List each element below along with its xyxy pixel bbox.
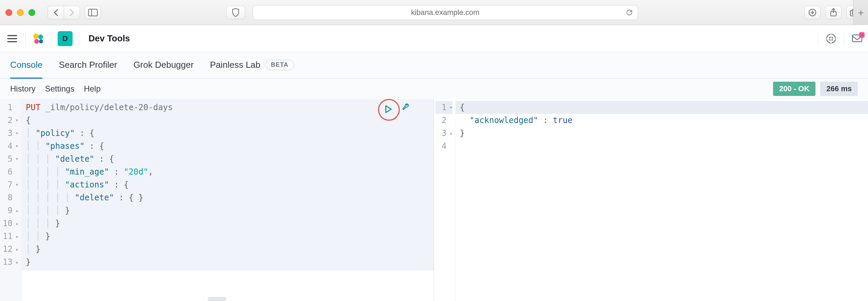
splitter-handle[interactable] (208, 297, 226, 301)
beta-badge: BETA (265, 60, 294, 70)
history-link[interactable]: History (10, 84, 36, 94)
address-bar[interactable]: kibana.example.com (253, 5, 638, 20)
svg-point-10 (38, 35, 43, 39)
devtools-tabs: Console Search Profiler Grok Debugger Pa… (0, 52, 868, 79)
svg-point-12 (39, 39, 43, 43)
notification-dot-icon (859, 32, 865, 38)
close-window-button[interactable] (5, 9, 12, 16)
svg-rect-0 (88, 9, 97, 16)
tab-label: Painless Lab (210, 60, 260, 70)
divider (818, 31, 818, 46)
response-pane: 1▾23▴4 { "acknowledged" : true } (434, 99, 868, 301)
divider (25, 31, 25, 46)
svg-point-11 (34, 39, 39, 44)
forward-button[interactable] (64, 6, 80, 19)
status-badge: 200 - OK (773, 82, 815, 96)
editor-split: 12▾3▾4▾5▾67▾89▴10▴11▴12▴13▴ PUT _ilm/pol… (0, 99, 868, 301)
help-menu-button[interactable] (826, 33, 836, 44)
space-letter: D (62, 34, 68, 43)
nav-menu-button[interactable] (5, 32, 19, 45)
divider (79, 31, 79, 46)
tab-grok-debugger[interactable]: Grok Debugger (133, 52, 194, 79)
reload-icon[interactable] (626, 9, 633, 16)
tab-label: Search Profiler (59, 60, 117, 70)
tab-console[interactable]: Console (10, 52, 42, 79)
newsfeed-button[interactable] (852, 34, 863, 43)
console-toolbar: History Settings Help 200 - OK 266 ms (0, 79, 868, 99)
tab-painless-lab[interactable]: Painless Lab BETA (210, 52, 294, 79)
request-pane: 12▾3▾4▾5▾67▾89▴10▴11▴12▴13▴ PUT _ilm/pol… (0, 99, 434, 301)
window-controls (5, 9, 35, 16)
downloads-button[interactable] (804, 6, 821, 19)
request-options-button[interactable] (402, 102, 411, 112)
request-gutter: 12▾3▾4▾5▾67▾89▴10▴11▴12▴13▴ (0, 99, 22, 301)
tab-label: Console (10, 60, 42, 70)
breadcrumb: Dev Tools (88, 33, 130, 44)
minimize-window-button[interactable] (17, 9, 24, 16)
privacy-shield-button[interactable] (226, 6, 245, 19)
help-link[interactable]: Help (84, 84, 100, 94)
divider (51, 31, 52, 46)
svg-point-9 (33, 34, 39, 39)
send-request-button[interactable] (380, 101, 396, 117)
divider (844, 31, 844, 46)
request-editor[interactable]: PUT _ilm/policy/delete-20-days { │ "poli… (22, 99, 434, 270)
share-button[interactable] (825, 6, 842, 19)
browser-toolbar: kibana.example.com (0, 0, 868, 25)
latency-badge: 266 ms (820, 82, 858, 96)
response-viewer[interactable]: { "acknowledged" : true } (456, 99, 868, 167)
settings-link[interactable]: Settings (45, 84, 75, 94)
new-tab-button[interactable]: ＋ (853, 0, 868, 25)
sidebar-toggle-button[interactable] (85, 6, 101, 19)
svg-point-14 (829, 37, 833, 40)
kibana-header: D Dev Tools (0, 25, 868, 52)
tab-label: Grok Debugger (133, 60, 194, 70)
back-button[interactable] (47, 6, 64, 19)
url-text: kibana.example.com (411, 8, 479, 17)
response-gutter: 1▾23▴4 (434, 99, 456, 301)
fullscreen-window-button[interactable] (28, 9, 35, 16)
space-selector[interactable]: D (58, 31, 73, 46)
elastic-logo-icon[interactable] (32, 32, 45, 45)
tab-search-profiler[interactable]: Search Profiler (59, 52, 117, 79)
